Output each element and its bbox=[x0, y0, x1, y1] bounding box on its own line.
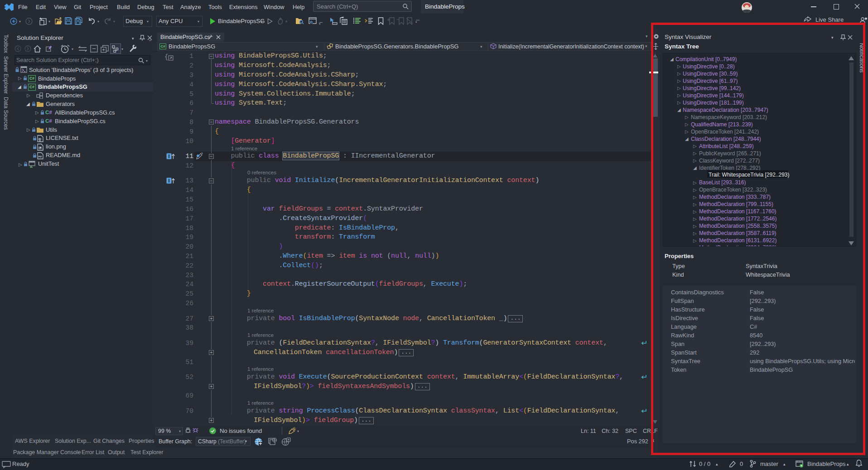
svg-text:I: I bbox=[168, 178, 169, 183]
svg-text:I: I bbox=[168, 153, 169, 159]
